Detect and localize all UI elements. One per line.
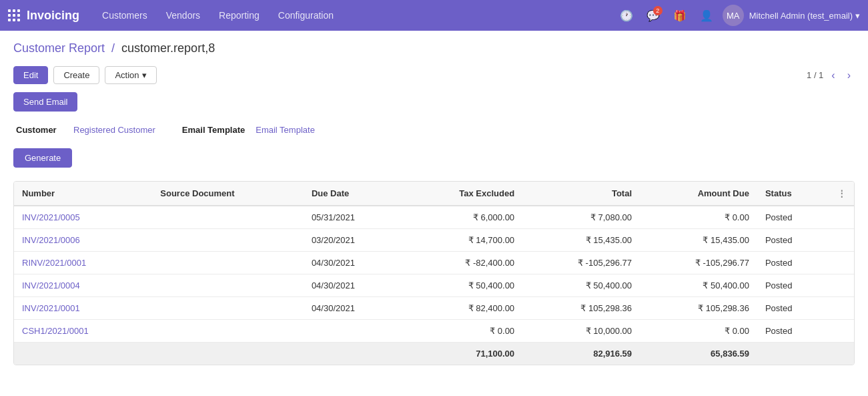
people-icon[interactable]: 👤 (696, 5, 717, 26)
cell-options (829, 252, 854, 274)
cell-total: ₹ 50,400.00 (522, 274, 640, 297)
footer-spacer (14, 343, 403, 365)
cell-number[interactable]: INV/2021/0006 (14, 229, 152, 252)
cell-due-date: 04/30/2021 (304, 297, 403, 320)
pagination: 1 / 1 ‹ › (807, 68, 855, 83)
create-button[interactable]: Create (53, 66, 99, 84)
cell-status: Posted (757, 252, 829, 274)
pagination-prev[interactable]: ‹ (827, 68, 839, 83)
cell-tax-excluded: ₹ 14,700.00 (403, 229, 522, 252)
top-menu: Customers Vendors Reporting Configuratio… (93, 0, 616, 31)
cell-amount-due: ₹ 15,435.00 (640, 229, 757, 252)
cell-amount-due: ₹ 50,400.00 (640, 274, 757, 297)
grid-menu-icon[interactable] (8, 9, 20, 21)
table-footer: 71,100.00 82,916.59 65,836.59 (14, 343, 854, 365)
avatar: MA (723, 5, 744, 26)
menu-reporting[interactable]: Reporting (209, 0, 269, 31)
cell-due-date: 04/30/2021 (304, 252, 403, 274)
cell-total: ₹ -105,296.77 (522, 252, 640, 274)
cell-due-date: 03/20/2021 (304, 229, 403, 252)
form-section: Customer Registered Customer Email Templ… (13, 125, 855, 135)
generate-button[interactable]: Generate (13, 148, 72, 168)
user-menu[interactable]: Mitchell Admin (test_email) ▾ (749, 11, 860, 21)
cell-number[interactable]: INV/2021/0005 (14, 206, 152, 229)
cell-options (829, 229, 854, 252)
generate-section: Generate (13, 148, 855, 181)
cell-options (829, 274, 854, 297)
cell-amount-due: ₹ -105,296.77 (640, 252, 757, 274)
clock-icon[interactable]: 🕐 (616, 5, 637, 26)
cell-total: ₹ 10,000.00 (522, 320, 640, 343)
table-row: RINV/2021/000104/30/2021₹ -82,400.00₹ -1… (14, 252, 854, 274)
table-row: INV/2021/000104/30/2021₹ 82,400.00₹ 105,… (14, 297, 854, 320)
email-template-value[interactable]: Email Template (256, 125, 315, 135)
breadcrumb: Customer Report / customer.report,8 (13, 41, 855, 55)
menu-configuration[interactable]: Configuration (269, 0, 343, 31)
pagination-text: 1 / 1 (807, 70, 823, 80)
footer-tax-excluded: 71,100.00 (403, 343, 522, 365)
cell-status: Posted (757, 206, 829, 229)
footer-end (757, 343, 854, 365)
topnav-icons: 🕐 💬 2 🎁 👤 MA Mitchell Admin (test_email)… (616, 5, 860, 26)
pagination-next[interactable]: › (843, 68, 855, 83)
col-number: Number (14, 182, 152, 206)
table-header: Number Source Document Due Date Tax Excl… (14, 182, 854, 206)
cell-number[interactable]: CSH1/2021/0001 (14, 320, 152, 343)
cell-number[interactable]: INV/2021/0001 (14, 297, 152, 320)
breadcrumb-record: customer.report,8 (121, 41, 215, 55)
cell-tax-excluded: ₹ 6,000.00 (403, 206, 522, 229)
top-navigation: Invoicing Customers Vendors Reporting Co… (0, 0, 868, 31)
cell-options (829, 206, 854, 229)
cell-tax-excluded: ₹ 50,400.00 (403, 274, 522, 297)
brand-name: Invoicing (27, 9, 79, 23)
edit-button[interactable]: Edit (13, 66, 48, 84)
cell-due-date (304, 320, 403, 343)
cell-status: Posted (757, 320, 829, 343)
cell-tax-excluded: ₹ 0.00 (403, 320, 522, 343)
table: Number Source Document Due Date Tax Excl… (14, 182, 854, 365)
cell-source-document (152, 320, 304, 343)
main-content: Customer Report / customer.report,8 Edit… (0, 31, 868, 376)
chat-icon[interactable]: 💬 2 (642, 5, 664, 26)
table-row: INV/2021/000404/30/2021₹ 50,400.00₹ 50,4… (14, 274, 854, 297)
col-status: Status (757, 182, 829, 206)
cell-source-document (152, 206, 304, 229)
breadcrumb-app[interactable]: Customer Report (13, 41, 105, 55)
cell-options (829, 320, 854, 343)
invoice-table: Number Source Document Due Date Tax Excl… (13, 181, 855, 365)
table-body: INV/2021/000505/31/2021₹ 6,000.00₹ 7,080… (14, 206, 854, 343)
user-name: Mitchell Admin (test_email) (749, 11, 853, 21)
toolbar: Edit Create Action ▾ 1 / 1 ‹ › (13, 66, 855, 84)
cell-source-document (152, 274, 304, 297)
table-row: CSH1/2021/0001₹ 0.00₹ 10,000.00₹ 0.00Pos… (14, 320, 854, 343)
cell-total: ₹ 15,435.00 (522, 229, 640, 252)
customer-field: Customer Registered Customer (16, 125, 155, 135)
col-due-date: Due Date (304, 182, 403, 206)
cell-status: Posted (757, 274, 829, 297)
table-row: INV/2021/000505/31/2021₹ 6,000.00₹ 7,080… (14, 206, 854, 229)
cell-options (829, 297, 854, 320)
chat-badge: 2 (653, 6, 663, 15)
cell-status: Posted (757, 229, 829, 252)
cell-amount-due: ₹ 0.00 (640, 206, 757, 229)
col-amount-due: Amount Due (640, 182, 757, 206)
menu-customers[interactable]: Customers (93, 0, 157, 31)
col-options[interactable]: ⋮ (829, 182, 854, 206)
cell-due-date: 04/30/2021 (304, 274, 403, 297)
cell-source-document (152, 252, 304, 274)
action-button[interactable]: Action ▾ (105, 66, 156, 84)
table-row: INV/2021/000603/20/2021₹ 14,700.00₹ 15,4… (14, 229, 854, 252)
send-email-button[interactable]: Send Email (13, 92, 77, 112)
cell-total: ₹ 7,080.00 (522, 206, 640, 229)
menu-vendors[interactable]: Vendors (157, 0, 209, 31)
customer-value[interactable]: Registered Customer (73, 125, 155, 135)
cell-number[interactable]: INV/2021/0004 (14, 274, 152, 297)
cell-source-document (152, 229, 304, 252)
action-label: Action (115, 70, 139, 80)
user-menu-chevron: ▾ (855, 11, 860, 21)
cell-due-date: 05/31/2021 (304, 206, 403, 229)
cell-number[interactable]: RINV/2021/0001 (14, 252, 152, 274)
customer-label: Customer (16, 125, 63, 135)
gift-icon[interactable]: 🎁 (669, 5, 691, 26)
col-source-document: Source Document (152, 182, 304, 206)
